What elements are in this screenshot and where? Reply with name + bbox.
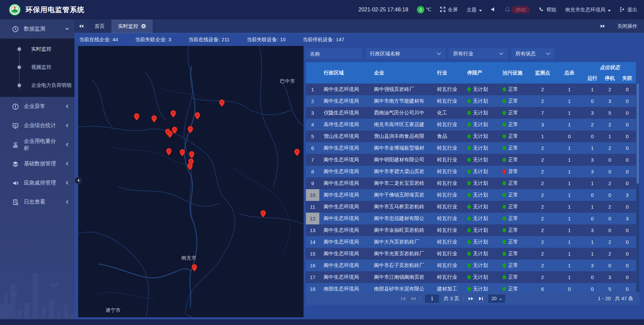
theme-dropdown[interactable]: 主题 [467,7,482,13]
map-pin[interactable] [219,99,225,107]
map-pin[interactable] [187,163,193,170]
table-row[interactable]: 4高坪生态环境局南充市高坪区王家店建砖瓦行业无计划正常31220 [306,119,636,130]
cell-facility-status: 正常 [498,95,530,107]
cell-monitor-points: 2 [530,236,555,248]
cell-stopped: 2 [601,84,619,95]
table-row[interactable]: 15阆中生态环境局阆中市光富页岩机砖厂砖瓦行业无计划正常21120 [306,248,636,260]
stat-value: 10 [280,37,286,42]
table-row[interactable]: 2阆中生态环境局阆中市南方节能建材有砖瓦行业无计划正常21030 [306,95,636,107]
map-pin[interactable] [192,264,197,272]
cell-running: 3 [584,260,601,271]
cell-monitor-points: 6 [530,283,555,292]
industry-filter-select[interactable]: 所有行业 [449,48,508,59]
table-row[interactable]: 17阆中生态环境局阆中市江南镇阆南页岩砖瓦行业无计划正常21030 [306,271,636,283]
map-pin[interactable] [172,126,177,134]
page-input[interactable]: 1 [425,294,439,303]
tabs-scroll-left-button[interactable] [74,24,88,28]
help-button[interactable]: 帮助 [539,7,556,13]
notifications-button[interactable]: 2632 [505,6,530,13]
cell-disconnected: 0 [619,130,636,142]
cell-total-meters: 1 [555,224,584,236]
table-row[interactable]: 18南部生态环境局南部县砂华水泥有限公建材加工无计划正常60050 [306,283,636,292]
sidebar-item-data-monitor[interactable]: 数据监测 [0,19,74,39]
scrollbar-thumb[interactable] [637,84,639,184]
logout-button[interactable]: 退出 [620,7,637,13]
temperature: 0 ℃ [417,6,431,13]
table-row[interactable]: 1阆中生态环境局阆中强锐页岩砖厂砖瓦行业无计划正常21120 [306,84,636,95]
sidebar-subitem[interactable]: 实时监控 [0,40,74,58]
prev-page-button[interactable] [410,296,416,301]
cell-company: 阆中市忠信建材有限公 [370,213,433,224]
tab-0[interactable]: 首页 [88,19,111,33]
total-pages-label: 共 3 页 [443,295,459,302]
map-pin[interactable] [166,148,172,156]
cell-industry: 砖瓦行业 [433,213,463,224]
table-scrollbar[interactable] [636,84,639,292]
next-page-button[interactable] [468,296,474,301]
cell-facility-status: 正常 [498,224,530,236]
map-canvas[interactable]: 巴中市南充市遂宁市 [78,46,304,317]
map-collapse-button[interactable] [74,177,82,184]
close-operations-button[interactable]: 关闭操作 [617,23,637,30]
sidebar-item-enterprise-statistics[interactable]: 企业综合统计 [0,116,74,135]
cell-region: 阆中生态环境局 [319,142,370,154]
cell-monitor-points: 7 [530,107,555,119]
status-dot-green [467,228,471,232]
map-pin[interactable] [187,126,193,133]
sound-toggle-button[interactable] [491,7,496,13]
sidebar-item-label: 应急减排管理 [24,179,60,186]
table-row[interactable]: 11阆中生态环境局阆中市五马桥页岩机砖砖瓦行业无计划正常21120 [306,201,636,213]
table-row[interactable]: 7阆中生态环境局阆中明阳建材有限公司砖瓦行业无计划正常21300 [306,154,636,166]
org-dropdown[interactable]: 南充市生态环境局 [565,7,611,13]
table-row[interactable]: 10阆中生态环境局阆中千佛镇五郎垭页岩砖瓦行业无计划正常21003 [306,189,636,201]
cell-total-meters: 0 [555,283,584,292]
map-pin[interactable] [170,110,176,118]
map-pin[interactable] [260,210,266,218]
sidebar-subitem[interactable]: 视频监控 [0,58,74,76]
table-row[interactable]: 9阆中生态环境局阆中市二龙长宝页岩砖砖瓦行业无计划正常21120 [306,177,636,189]
status-dot-green [467,122,471,127]
map-pin[interactable] [134,113,140,121]
map-pin[interactable] [179,149,185,157]
cell-company: 南部县砂华水泥有限公 [370,283,433,292]
cell-region: 阆中生态环境局 [319,271,370,283]
map-pin[interactable] [151,115,157,123]
name-filter-input[interactable] [306,48,362,59]
table-row[interactable]: 5营山生态环境局营山县润丰肉食品有限食品无计划正常10010 [306,130,636,142]
map-pin[interactable] [195,112,200,120]
table-row[interactable]: 16阆中生态环境局阆中市石子页岩机砖厂砖瓦行业无计划正常21300 [306,260,636,271]
first-page-button[interactable] [400,296,406,301]
sidebar-item-emergency-reduction[interactable]: 应急减排管理 [0,173,74,193]
table-row[interactable]: 13阆中生态环境局阆中市金福旺页岩机砖砖瓦行业无计划正常21300 [306,224,636,236]
page-size-select[interactable]: 20 [488,294,505,303]
region-filter-select[interactable]: 行政区域名称 [366,48,445,59]
sidebar-item-enterprise-abnormal[interactable]: 企业异常 [0,97,74,116]
map-pin[interactable] [294,149,300,156]
sidebar-item-log-view[interactable]: 日志查看 [0,193,74,212]
row-number: 7 [306,154,319,166]
sidebar-item-power-usage-analysis[interactable]: 企业用电量分析 [0,135,74,154]
table-row[interactable]: 14阆中生态环境局阆中大兴页岩机砖厂砖瓦行业无计划正常21120 [306,236,636,248]
table-row[interactable]: 3仪陇生态环境局西南油气田分公司川中化工无计划正常71350 [306,107,636,119]
cell-stopped: 5 [601,107,619,119]
chevron-down-icon [65,26,69,32]
tab-close-icon[interactable] [141,24,146,29]
cell-facility-status: 正常 [498,213,530,224]
fullscreen-button[interactable]: 全屏 [440,7,458,13]
table-row[interactable]: 12阆中生态环境局阆中市忠信建材有限公砖瓦行业无计划正常21003 [306,213,636,224]
chevron-left-icon [65,142,69,148]
sidebar-subitem[interactable]: 企业电力负荷明细 [0,76,74,94]
sidebar-item-base-data-management[interactable]: 基础数据管理 [0,154,74,173]
cell-stopped: 2 [601,236,619,248]
bullet-icon [17,65,21,69]
cell-monitor-points: 2 [530,166,555,177]
table-row[interactable]: 8阆中生态环境局阆中市枣碧大梁山页岩砖瓦行业无计划异常21300 [306,166,636,177]
status-filter-select[interactable]: 所有状态 [511,48,555,59]
map-pin[interactable] [189,151,195,159]
tab-1[interactable]: 实时监控 [111,19,153,33]
last-page-button[interactable] [478,296,484,301]
tabs-scroll-right-button[interactable] [596,24,609,28]
status-dot-green [502,240,506,244]
panels: 巴中市南充市遂宁市 行政区域名称所有行业所有状态 行政区域企业行业停 [74,46,644,319]
table-row[interactable]: 6阆中生态环境局阆中市金博瑞新型墙材砖瓦行业无计划正常21120 [306,142,636,154]
